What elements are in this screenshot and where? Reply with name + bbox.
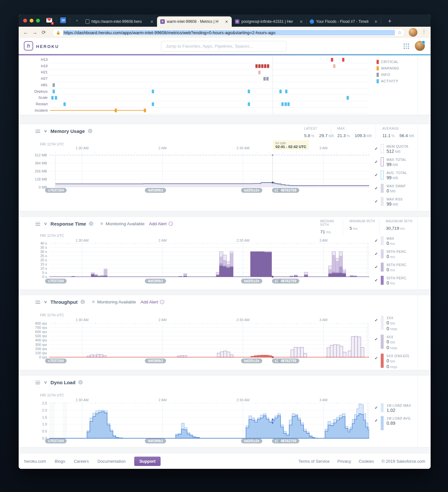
support-button[interactable]: Support <box>134 457 161 466</box>
legend-item[interactable]: ✓5XX (FAILED)0rps0reqs <box>375 354 416 370</box>
release-pill[interactable]: c7537104 <box>45 439 67 443</box>
legend-item[interactable]: ✓1M LOAD MAX1.02 <box>375 403 416 413</box>
arrow-icon[interactable]: › <box>73 17 80 24</box>
reload-button[interactable]: ⟳ <box>39 29 48 35</box>
chevron-down-icon[interactable]: ∨ <box>43 129 47 133</box>
release-pill[interactable]: bd2f1c2e <box>241 188 262 193</box>
checkmark-icon[interactable]: ✓ <box>375 418 379 430</box>
browser-profile-avatar[interactable] <box>409 28 417 37</box>
checkmark-icon[interactable]: ✓ <box>375 238 379 246</box>
checkmark-icon[interactable]: ✓ <box>375 265 379 273</box>
checkmark-icon[interactable]: ✓ <box>375 173 379 181</box>
release-pill[interactable]: 4df189b1 <box>145 439 166 443</box>
release-pill[interactable]: 48762759 <box>278 279 299 283</box>
legend-item[interactable]: ✓95TH PERC.0ms <box>375 263 416 273</box>
checkmark-icon[interactable]: ✓ <box>375 146 379 154</box>
checkmark-icon[interactable]: ✓ <box>375 337 379 351</box>
info-icon[interactable]: i <box>78 380 83 385</box>
release-pill[interactable]: 48762759 <box>278 188 299 193</box>
info-icon[interactable]: i <box>89 221 93 226</box>
browser-menu-icon[interactable]: ⋮ <box>422 29 426 34</box>
dyno-load-chart[interactable] <box>49 402 369 439</box>
release-pill[interactable]: 4df189b1 <box>145 279 166 283</box>
footer-link[interactable]: Cookies <box>359 459 374 464</box>
url-bar[interactable]: 🔒 https://dashboard.heroku.com/apps/warm… <box>52 28 405 37</box>
heroku-brand[interactable]: HEROKU <box>36 44 59 49</box>
tab-4[interactable]: ◠Your Floods - Flood #7 - Timeli✕ <box>306 16 381 27</box>
drag-handle-icon[interactable] <box>35 381 40 384</box>
legend-item[interactable]: ✓MAX RSS99MB <box>375 197 416 207</box>
zoom-window-button[interactable] <box>36 19 40 23</box>
footer-link[interactable]: heroku.com <box>24 459 46 464</box>
release-pill[interactable]: c7537104 <box>45 188 67 193</box>
drag-handle-icon[interactable] <box>35 129 40 133</box>
throughput-chart[interactable] <box>49 322 369 358</box>
url-text[interactable]: https://dashboard.heroku.com/apps/warm-i… <box>63 30 395 35</box>
legend-item[interactable]: ✓50TH PERC.0ms <box>375 276 416 286</box>
checkmark-icon[interactable]: ✓ <box>375 405 379 413</box>
close-tab-icon[interactable]: ✕ <box>299 19 304 24</box>
checkmark-icon[interactable]: ✓ <box>375 199 379 207</box>
release-pill[interactable]: bd2f1c2e <box>241 358 262 363</box>
release-pill[interactable]: 4df189b1 <box>145 188 166 193</box>
footer-link[interactable]: Documentation <box>98 459 126 464</box>
back-button[interactable]: ← <box>21 30 30 35</box>
release-pill[interactable]: 4df189b1 <box>145 358 166 363</box>
close-tab-icon[interactable]: ✕ <box>373 19 378 24</box>
legend-item[interactable]: ✓MAX TOTAL99MB <box>375 157 416 168</box>
footer-link[interactable]: Terms of Service <box>298 459 330 464</box>
close-tab-icon[interactable]: ✕ <box>149 19 154 24</box>
legend-item[interactable]: CRITICAL <box>377 59 399 65</box>
footer-link[interactable]: Careers <box>74 459 89 464</box>
chevron-down-icon[interactable]: ∨ <box>43 300 47 304</box>
calendar-icon[interactable]: 10 <box>60 17 67 24</box>
drag-handle-icon[interactable] <box>35 300 40 304</box>
gmail-icon[interactable]: 2 <box>46 17 53 24</box>
close-tab-icon[interactable]: ✕ <box>224 19 229 24</box>
add-alert-link[interactable]: Add Alert→ <box>141 300 164 304</box>
release-pill[interactable]: 48762759 <box>278 358 299 363</box>
chevron-down-icon[interactable]: ∨ <box>43 380 47 385</box>
release-pill[interactable]: 48762759 <box>278 439 299 443</box>
release-pill[interactable]: c7537104 <box>45 358 67 363</box>
legend-item[interactable]: ACTIVITY <box>377 78 399 84</box>
events-plot[interactable] <box>49 57 369 114</box>
info-icon[interactable]: i <box>80 300 85 304</box>
tab-2[interactable]: hwarm-inlet-99608 · Metrics | H✕ <box>157 16 232 27</box>
checkmark-icon[interactable]: ✓ <box>375 278 379 286</box>
tab-1[interactable]: https://warm-inlet-99608.hero✕ <box>82 16 157 27</box>
add-alert-link[interactable]: Add Alert→ <box>149 221 173 226</box>
footer-link[interactable]: Blogs <box>55 459 65 464</box>
checkmark-icon[interactable]: ✓ <box>375 318 379 332</box>
tab-3[interactable]: hpostgresql-infinite-41531 | Her✕ <box>232 16 306 27</box>
release-pill[interactable]: c7537104 <box>45 279 67 283</box>
legend-item[interactable]: ✓4XX0rps0reqs <box>375 335 416 351</box>
checkmark-icon[interactable]: ✓ <box>375 160 379 168</box>
legend-item[interactable]: ✓99TH PERC.0ms <box>375 249 416 260</box>
new-tab-button[interactable]: + <box>386 17 394 25</box>
legend-item[interactable]: WARNING <box>377 65 399 71</box>
forward-button[interactable]: → <box>30 30 39 35</box>
info-icon[interactable]: i <box>88 129 92 133</box>
checkmark-icon[interactable]: ✓ <box>375 186 379 194</box>
footer-link[interactable]: Privacy <box>337 459 351 464</box>
minimize-window-button[interactable] <box>30 19 33 23</box>
app-switcher-grid-icon[interactable] <box>404 43 409 49</box>
drag-handle-icon[interactable] <box>35 222 40 226</box>
legend-item[interactable]: ✓MAX0ms <box>375 236 416 246</box>
heroku-logo-icon[interactable]: h <box>24 41 33 51</box>
legend-item[interactable]: INFO <box>377 71 399 78</box>
chevron-down-icon[interactable]: ∨ <box>43 221 47 226</box>
search-input[interactable]: Jump to Favorites, Apps, Pipelines, Spac… <box>161 41 286 51</box>
account-avatar[interactable] <box>415 41 425 51</box>
legend-item[interactable]: ✓MAX SWAP0MB <box>375 184 416 194</box>
release-pill[interactable]: bd2f1c2e <box>241 279 262 283</box>
legend-item[interactable]: ✓MEM QUOTA512MB <box>375 144 416 154</box>
checkmark-icon[interactable]: ✓ <box>375 252 379 260</box>
checkmark-icon[interactable]: ✓ <box>375 356 379 370</box>
release-pill[interactable]: bd2f1c2e <box>241 439 262 443</box>
response-time-chart[interactable] <box>49 243 369 279</box>
bookmark-star-icon[interactable]: ☆ <box>397 30 402 35</box>
legend-item[interactable]: ✓AVG. TOTAL99MB <box>375 171 416 181</box>
legend-item[interactable]: ✓1M LOAD AVG.0.89 <box>375 416 416 430</box>
